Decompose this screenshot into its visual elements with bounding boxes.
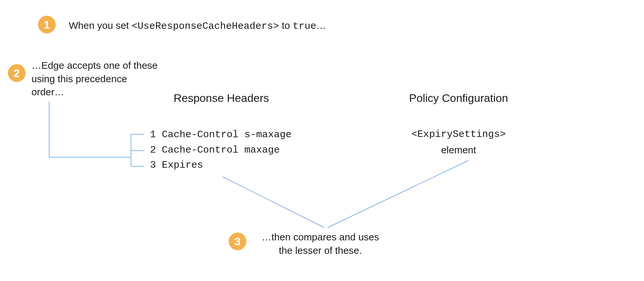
step-2-line-1: …Edge accepts one of these [31, 59, 158, 72]
step-badge-3-number: 3 [235, 235, 241, 248]
step-2-line-2: using this precedence [31, 72, 158, 86]
policy-config-tag: <ExpirySettings> [396, 128, 521, 141]
step-badge-3: 3 [229, 233, 246, 250]
step-1-suffix: … [316, 20, 326, 31]
step-2-line-3: order… [31, 85, 158, 99]
step-3-text: …then compares and uses the lesser of th… [252, 231, 389, 257]
step-3-line-2: the lesser of these. [252, 244, 389, 257]
response-headers-title: Response Headers [174, 92, 269, 104]
step-badge-1: 1 [38, 16, 56, 33]
svg-line-0 [223, 177, 324, 228]
step-1-prefix: When you set [69, 20, 132, 31]
response-headers-list: 1 Cache-Control s-maxage 2 Cache-Control… [150, 127, 292, 173]
step-1-text: When you set <UseResponseCacheHeaders> t… [69, 19, 326, 33]
svg-line-1 [328, 160, 468, 228]
policy-config-word: element [396, 143, 521, 157]
diagram-canvas: 1 When you set <UseResponseCacheHeaders>… [0, 0, 644, 281]
policy-config-title: Policy Configuration [396, 92, 521, 104]
step-badge-2-number: 2 [14, 67, 20, 80]
step-badge-2: 2 [8, 64, 26, 82]
header-item-3: 3 Expires [150, 158, 292, 173]
step-1-tag: <UseResponseCacheHeaders> [132, 21, 279, 32]
step-3-line-1: …then compares and uses [252, 231, 389, 244]
step-2-text: …Edge accepts one of these using this pr… [31, 59, 158, 99]
step-1-mid: to [279, 20, 293, 31]
header-item-2: 2 Cache-Control maxage [150, 142, 292, 158]
header-item-1: 1 Cache-Control s-maxage [150, 127, 292, 142]
step-badge-1-number: 1 [44, 18, 50, 31]
step-1-value: true [293, 21, 316, 32]
